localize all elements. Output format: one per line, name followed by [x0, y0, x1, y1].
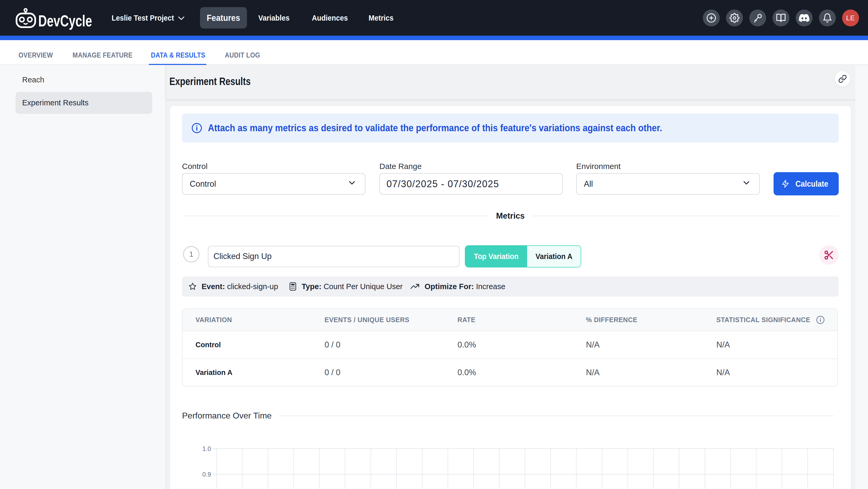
svg-text:0.9: 0.9 — [203, 471, 211, 478]
svg-text:1.0: 1.0 — [203, 445, 211, 452]
